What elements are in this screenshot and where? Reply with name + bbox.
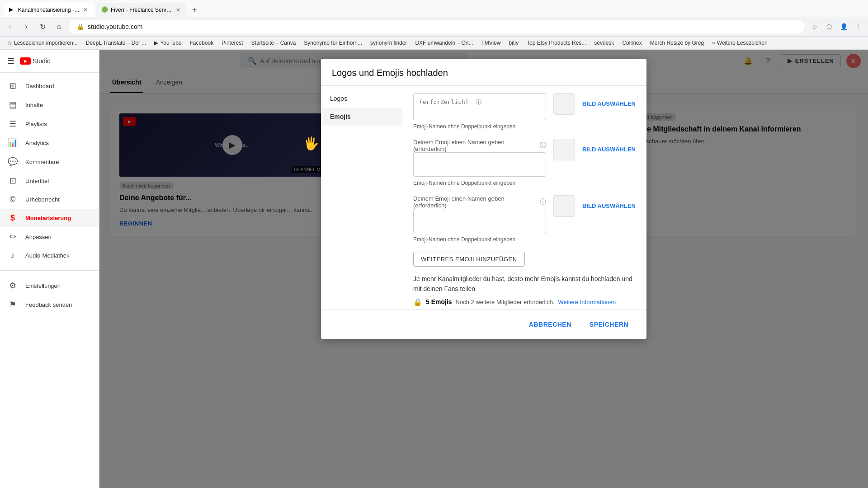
bookmark-more[interactable]: » Weitere Lesezeichen xyxy=(708,38,771,47)
kommentare-icon: 💬 xyxy=(7,157,18,167)
emoji-more-info-link[interactable]: Weitere Informationen xyxy=(558,299,616,305)
sidebar-label-audio: Audio-Mediathek xyxy=(25,252,70,259)
lock-icon: 🔒 xyxy=(413,298,422,306)
sidebar-label-urheberrecht: Urheberrecht xyxy=(25,196,60,203)
emoji-preview-0 xyxy=(553,93,575,115)
sidebar-item-inhalte[interactable]: ▤ Inhalte xyxy=(0,95,99,114)
tab-favicon-fiverr: 🟢 xyxy=(101,6,108,14)
sidebar-label-einstellungen: Einstellungen xyxy=(25,282,61,289)
hamburger-menu-icon[interactable]: ☰ xyxy=(7,56,14,66)
bookmark-synonyme[interactable]: Synonyme für Einhorn... xyxy=(300,38,366,47)
toolbar-right: ☆ ⬡ 👤 ⋮ xyxy=(808,20,864,33)
lock-icon: 🔒 xyxy=(76,23,84,30)
profile-icon[interactable]: 👤 xyxy=(837,20,850,33)
cursor-hand: 🖐️ xyxy=(303,136,319,151)
browser-titlebar: ▶ Kanalmonetarisierung - You... ✕ 🟢 Five… xyxy=(0,0,868,17)
sidebar-item-audio[interactable]: ♪ Audio-Mediathek xyxy=(0,246,99,265)
tab-close-youtube[interactable]: ✕ xyxy=(82,6,89,14)
anpassen-icon: ✏ xyxy=(7,232,18,242)
address-bar[interactable]: 🔒 studio.youtube.com xyxy=(69,20,805,33)
sidebar-label-feedback: Feedback senden xyxy=(25,301,72,308)
tab-youtube[interactable]: ▶ Kanalmonetarisierung - You... ✕ xyxy=(4,3,94,17)
dialog-title: Logos und Emojis hochladen xyxy=(321,59,646,86)
bookmark-youtube[interactable]: ▶ YouTube xyxy=(151,38,185,47)
urheberrecht-icon: © xyxy=(7,195,18,204)
url-text: studio.youtube.com xyxy=(88,23,142,30)
yt-studio-app: ☰ Studio ⊞ Dashboard ▤ Inhalte ☰ Playlis… xyxy=(0,50,868,488)
sidebar-section-main: ⊞ Dashboard ▤ Inhalte ☰ Playlists 📊 Anal… xyxy=(0,73,99,268)
bookmark-label-synonym: synonym finder xyxy=(370,40,407,46)
bookmark-label-collmex: Collmex xyxy=(622,40,642,46)
bookmarks-bar: ☆ Lesezeichen importieren... DeepL Trans… xyxy=(0,37,868,50)
bookmark-synonym[interactable]: synonym finder xyxy=(367,38,410,47)
bookmark-merch[interactable]: Merch Resize by Greg xyxy=(646,38,708,47)
sidebar-item-einstellungen[interactable]: ⚙ Einstellungen xyxy=(0,276,99,295)
info-text: Je mehr Kanalmitglieder du hast, desto m… xyxy=(413,274,636,294)
tab-fiverr[interactable]: 🟢 Fiverr - Freelance Services Mar... ✕ xyxy=(96,3,186,17)
bookmark-bitly[interactable]: bitly xyxy=(505,38,522,47)
new-tab-button[interactable]: + xyxy=(188,4,201,16)
browser-chrome: ▶ Kanalmonetarisierung - You... ✕ 🟢 Five… xyxy=(0,0,868,50)
bookmark-tmview[interactable]: TMView xyxy=(477,38,504,47)
sidebar-item-untertitel[interactable]: ⊡ Untertitel xyxy=(0,171,99,190)
dialog-nav-logos[interactable]: Logos xyxy=(321,89,402,108)
emoji-name-input-0[interactable] xyxy=(413,93,546,120)
sidebar-divider xyxy=(0,270,99,271)
forward-button[interactable]: › xyxy=(20,20,33,33)
bookmark-label-bitly: bitly xyxy=(509,40,519,46)
emoji-hint-2: Emoji-Namen ohne Doppelpunkt eingeben xyxy=(413,236,546,243)
add-emoji-button[interactable]: WEITERES EMOJI HINZUFÜGEN xyxy=(413,252,525,267)
bookmark-pinterest[interactable]: Pinterest xyxy=(218,38,246,47)
home-button[interactable]: ⌂ xyxy=(52,20,65,33)
dashboard-icon: ⊞ xyxy=(7,81,18,91)
cancel-button[interactable]: ABBRECHEN xyxy=(522,317,579,332)
img-select-btn-0[interactable]: BILD AUSWÄHLEN xyxy=(582,93,636,107)
img-select-btn-2[interactable]: BILD AUSWÄHLEN xyxy=(582,195,636,209)
star-icon[interactable]: ☆ xyxy=(808,20,821,33)
playlists-icon: ☰ xyxy=(7,119,18,129)
bookmark-dxf[interactable]: DXF umwandeln – On... xyxy=(411,38,476,47)
emoji-name-input-2[interactable] xyxy=(413,209,546,233)
dialog-body: Logos Emojis Emoji-Namen ohne Doppelpun xyxy=(321,86,646,310)
yt-studio-logo[interactable]: Studio xyxy=(20,57,51,65)
sidebar-item-monetarisierung[interactable]: $ Monetarisierung xyxy=(0,209,99,227)
sidebar-item-kommentare[interactable]: 💬 Kommentare xyxy=(0,152,99,171)
sidebar-item-playlists[interactable]: ☰ Playlists xyxy=(0,114,99,133)
sidebar-item-anpassen[interactable]: ✏ Anpassen xyxy=(0,227,99,246)
emoji-name-input-1[interactable] xyxy=(413,152,546,177)
bookmark-label-merch: Merch Resize by Greg xyxy=(650,40,704,46)
studio-logo-text: Studio xyxy=(33,57,51,65)
help-icon-2[interactable]: ⓘ xyxy=(540,198,546,206)
sidebar-item-analytics[interactable]: 📊 Analytics xyxy=(0,133,99,152)
sidebar-item-feedback[interactable]: ⚑ Feedback senden xyxy=(0,295,99,314)
bookmark-facebook[interactable]: Facebook xyxy=(186,38,217,47)
bookmark-sevdesk[interactable]: sevdesk xyxy=(590,38,618,47)
img-select-btn-1[interactable]: BILD AUSWÄHLEN xyxy=(582,139,636,153)
bookmark-label-synonyme: Synonyme für Einhorn... xyxy=(304,40,362,46)
feedback-icon: ⚑ xyxy=(7,300,18,310)
bookmark-deepl[interactable]: DeepL Translate – Der ... xyxy=(82,38,150,47)
help-icon-1[interactable]: ⓘ xyxy=(540,141,546,150)
sidebar-item-dashboard[interactable]: ⊞ Dashboard xyxy=(0,76,99,95)
sidebar-label-kommentare: Kommentare xyxy=(25,159,59,165)
reload-button[interactable]: ↻ xyxy=(36,20,49,33)
bookmark-label-more: Weitere Lesezeichen xyxy=(717,40,768,46)
save-button[interactable]: SPEICHERN xyxy=(582,317,636,332)
extensions-icon[interactable]: ⬡ xyxy=(823,20,835,33)
bookmark-import[interactable]: ☆ Lesezeichen importieren... xyxy=(4,38,81,47)
monetarisierung-icon: $ xyxy=(7,213,18,223)
dialog-nav-emojis-label: Emojis xyxy=(330,113,351,120)
add-emoji-label: WEITERES EMOJI HINZUFÜGEN xyxy=(421,256,517,263)
tab-close-fiverr[interactable]: ✕ xyxy=(175,6,181,14)
bookmark-collmex[interactable]: Collmex xyxy=(618,38,645,47)
bookmark-label-pinterest: Pinterest xyxy=(222,40,243,46)
sidebar-item-urheberrecht[interactable]: © Urheberrecht xyxy=(0,190,99,209)
dialog-nav-emojis[interactable]: Emojis xyxy=(321,108,402,126)
bookmark-canva[interactable]: Startseite – Canva xyxy=(248,38,300,47)
bookmark-label-import: Lesezeichen importieren... xyxy=(14,40,78,46)
more-icon[interactable]: ⋮ xyxy=(852,20,864,33)
back-button[interactable]: ‹ xyxy=(4,20,16,33)
dialog-overlay: Logos und Emojis hochladen Logos Emojis xyxy=(99,50,868,488)
bookmark-etsy[interactable]: Top Etsy Products Res... xyxy=(523,38,590,47)
bookmark-label-deepl: DeepL Translate – Der ... xyxy=(86,40,146,46)
